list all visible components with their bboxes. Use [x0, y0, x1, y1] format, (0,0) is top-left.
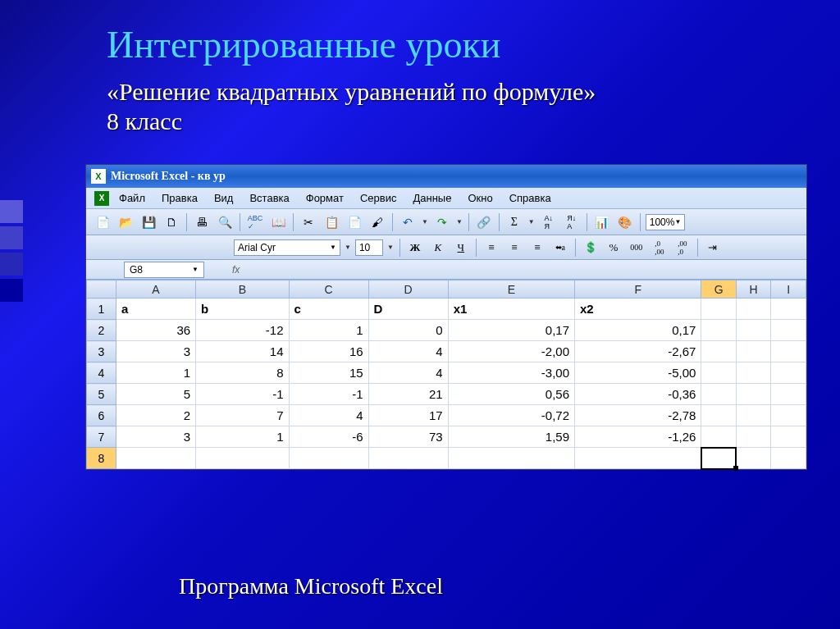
cell[interactable]: -2,67 — [575, 341, 701, 362]
new-icon[interactable]: 📄 — [93, 212, 112, 232]
redo-dropdown[interactable]: ▼ — [455, 218, 463, 226]
cell[interactable] — [771, 320, 806, 341]
col-header-e[interactable]: E — [448, 280, 574, 299]
cell[interactable]: -1,26 — [575, 426, 701, 448]
col-header-g[interactable]: G — [701, 280, 737, 299]
inc-decimal-icon[interactable]: ,0,00 — [650, 239, 669, 257]
row-header-6[interactable]: 6 — [87, 405, 116, 426]
sort-asc-icon[interactable]: А↓Я — [539, 212, 559, 232]
font-name-combo[interactable]: Arial Cyr▼ — [234, 239, 340, 256]
col-header-d[interactable]: D — [368, 280, 448, 299]
preview-icon[interactable]: 🔍 — [215, 212, 235, 232]
row-header-2[interactable]: 2 — [87, 320, 116, 341]
cell[interactable]: x2 — [575, 299, 701, 320]
cell[interactable] — [701, 384, 737, 405]
menu-help[interactable]: Справка — [509, 192, 551, 204]
menu-tools[interactable]: Сервис — [360, 192, 397, 204]
currency-icon[interactable]: 💲 — [581, 239, 600, 257]
row-header-4[interactable]: 4 — [87, 362, 116, 384]
cell[interactable]: 2 — [116, 405, 196, 426]
save-icon[interactable]: 💾 — [139, 212, 158, 232]
cell[interactable] — [736, 448, 771, 469]
menu-edit[interactable]: Правка — [162, 192, 198, 204]
open-icon[interactable]: 📂 — [116, 212, 135, 232]
research-icon[interactable]: 📖 — [268, 212, 288, 232]
cell[interactable]: -0,72 — [448, 405, 574, 426]
cell[interactable]: 7 — [196, 405, 289, 426]
cell[interactable] — [701, 341, 737, 362]
redo-icon[interactable]: ↷ — [432, 212, 452, 232]
cell[interactable]: 4 — [289, 405, 368, 426]
cell[interactable]: -2,78 — [575, 405, 701, 426]
merge-icon[interactable]: ⬌a — [550, 239, 570, 257]
row-header-8[interactable]: 8 — [87, 448, 116, 469]
cell[interactable]: 4 — [368, 362, 448, 384]
cut-icon[interactable]: ✂ — [299, 212, 318, 232]
cell[interactable] — [701, 362, 737, 384]
menu-window[interactable]: Окно — [468, 192, 492, 204]
active-cell[interactable] — [701, 448, 737, 469]
col-header-c[interactable]: C — [289, 280, 368, 299]
cell[interactable]: 14 — [196, 341, 289, 362]
cell[interactable] — [575, 448, 701, 469]
cell[interactable] — [116, 448, 196, 469]
align-center-icon[interactable]: ≡ — [504, 239, 524, 257]
undo-dropdown[interactable]: ▼ — [421, 218, 429, 226]
col-header-f[interactable]: F — [575, 280, 701, 299]
cell[interactable]: b — [196, 299, 289, 320]
row-header-5[interactable]: 5 — [87, 384, 116, 405]
cell[interactable]: 0,17 — [575, 320, 701, 341]
col-header-a[interactable]: A — [116, 280, 196, 299]
cell[interactable]: 1 — [196, 426, 289, 448]
cell[interactable]: 0,17 — [448, 320, 574, 341]
autosum-dropdown[interactable]: ▼ — [527, 218, 536, 226]
spell-icon[interactable]: ABC✓ — [245, 212, 265, 232]
menu-file[interactable]: Файл — [119, 192, 145, 204]
workbook-icon[interactable]: X — [94, 191, 109, 206]
cell[interactable] — [701, 299, 737, 320]
cell[interactable]: -1 — [289, 384, 368, 405]
cell[interactable] — [701, 320, 737, 341]
cell[interactable]: 1,59 — [448, 426, 574, 448]
format-painter-icon[interactable]: 🖌 — [368, 212, 387, 232]
cell[interactable]: x1 — [448, 299, 574, 320]
cell[interactable] — [701, 426, 737, 448]
menu-insert[interactable]: Вставка — [249, 192, 289, 204]
row-header-7[interactable]: 7 — [87, 426, 116, 448]
cell[interactable]: 17 — [368, 405, 448, 426]
align-left-icon[interactable]: ≡ — [482, 239, 501, 257]
cell[interactable]: 36 — [116, 320, 196, 341]
cell[interactable]: 0,56 — [448, 384, 574, 405]
dec-decimal-icon[interactable]: ,00,0 — [673, 239, 692, 257]
cell[interactable] — [771, 341, 806, 362]
align-right-icon[interactable]: ≡ — [527, 239, 547, 257]
cell[interactable] — [736, 384, 771, 405]
chart-icon[interactable]: 📊 — [592, 212, 612, 232]
cell[interactable]: 16 — [289, 341, 368, 362]
col-header-b[interactable]: B — [196, 280, 289, 299]
print-icon[interactable]: 🖶 — [192, 212, 212, 232]
bold-button[interactable]: Ж — [405, 239, 425, 257]
cell[interactable] — [736, 362, 771, 384]
cell[interactable] — [736, 341, 771, 362]
italic-button[interactable]: К — [428, 239, 448, 257]
paste-icon[interactable]: 📄 — [345, 212, 364, 232]
cell[interactable]: -0,36 — [575, 384, 701, 405]
permission-icon[interactable]: 🗋 — [162, 212, 181, 232]
cell[interactable]: 4 — [368, 341, 448, 362]
cell[interactable] — [771, 299, 806, 320]
cell[interactable]: 15 — [289, 362, 368, 384]
cell[interactable]: 3 — [116, 341, 196, 362]
cell[interactable]: -6 — [289, 426, 368, 448]
cell[interactable]: 1 — [289, 320, 368, 341]
cell[interactable]: -5,00 — [575, 362, 701, 384]
row-header-1[interactable]: 1 — [87, 299, 116, 320]
cell[interactable] — [368, 448, 448, 469]
copy-icon[interactable]: 📋 — [322, 212, 341, 232]
underline-button[interactable]: Ч — [451, 239, 471, 257]
cell[interactable] — [771, 384, 806, 405]
name-box[interactable]: G8▼ — [124, 262, 204, 278]
menu-format[interactable]: Формат — [306, 192, 344, 204]
cell[interactable]: c — [289, 299, 368, 320]
zoom-combo[interactable]: 100%▼ — [646, 214, 685, 230]
